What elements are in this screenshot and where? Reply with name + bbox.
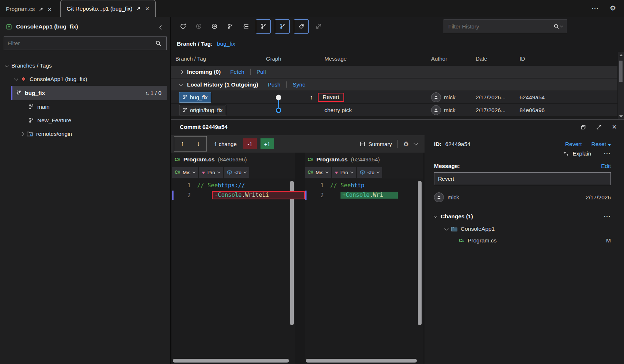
- close-tab-icon[interactable]: ×: [145, 5, 149, 12]
- tree-remotes-origin[interactable]: remotes/origin: [0, 127, 170, 141]
- breadcrumb-project[interactable]: C#Mis: [172, 167, 198, 178]
- push-link[interactable]: Push: [268, 81, 281, 88]
- tree-repo-node[interactable]: ConsoleApp1 (bug_fix): [0, 72, 170, 86]
- fetch-button[interactable]: [193, 20, 205, 32]
- commit-message-input[interactable]: [434, 172, 611, 185]
- tree-section-branches-tags[interactable]: Branches / Tags: [0, 59, 170, 72]
- horizontal-scrollbar-thumb[interactable]: [306, 359, 417, 363]
- sidebar-repo-header: ConsoleApp1 (bug_fix): [0, 17, 170, 37]
- tab-program-cs[interactable]: Program.cs ×: [0, 1, 57, 17]
- program-class-icon: ♥: [202, 170, 205, 175]
- tree-branch-main[interactable]: main: [0, 100, 170, 114]
- settings-gear-icon[interactable]: ⚙: [610, 4, 616, 12]
- next-change-button[interactable]: ↓: [190, 140, 206, 147]
- history-toolbar: [171, 17, 624, 36]
- new-code-view[interactable]: 1 // See http 2 +Console.Wri: [305, 179, 423, 364]
- changes-folder-node[interactable]: ConsoleApp1: [434, 226, 611, 232]
- breadcrumb-file[interactable]: ♥Pro: [332, 167, 356, 178]
- changes-more-icon[interactable]: ···: [604, 213, 611, 220]
- solution-diamond-icon: [21, 76, 26, 82]
- close-tab-icon[interactable]: ×: [47, 6, 52, 13]
- restore-down-icon[interactable]: [581, 124, 586, 130]
- pull-button[interactable]: [208, 20, 221, 32]
- pin-icon[interactable]: [39, 7, 43, 12]
- sidebar-repo-title: ConsoleApp1 (bug_fix): [16, 23, 78, 30]
- branch-badge[interactable]: bug_fix: [179, 92, 211, 103]
- diff-settings-gear-icon[interactable]: ⚙: [403, 140, 409, 148]
- code-line: 1 // See http: [305, 180, 423, 190]
- reset-link[interactable]: Reset: [591, 141, 611, 147]
- pin-icon[interactable]: [136, 6, 141, 11]
- close-panel-icon[interactable]: ×: [612, 123, 617, 131]
- remote-folder-icon: [27, 131, 33, 137]
- commit-metadata-panel: ID: 62449a54 Revert Reset Explain ··· Me…: [425, 135, 624, 364]
- column-date[interactable]: Date: [476, 55, 520, 62]
- tab-git-repository[interactable]: Git Reposito...p1 (bug_fix) ×: [60, 0, 155, 17]
- breadcrumb-member[interactable]: <to: [357, 167, 382, 178]
- additions-badge: +1: [260, 138, 274, 149]
- commit-row-62449a54[interactable]: bug_fix ↑ Revert mick 2/17/2026... 62449…: [171, 91, 617, 103]
- copilot-sparkle-icon: [563, 151, 569, 157]
- diff-options-chevron-icon[interactable]: [414, 141, 418, 145]
- summary-button[interactable]: Summary: [359, 141, 392, 147]
- scroll-up-arrow[interactable]: [619, 54, 623, 56]
- local-history-label: Local History (1 Outgoing): [187, 81, 258, 88]
- column-author[interactable]: Author: [431, 55, 476, 62]
- git-branch-icon: [16, 90, 22, 96]
- collapse-pane-icon[interactable]: [159, 22, 164, 31]
- column-id[interactable]: ID: [520, 55, 617, 62]
- branch-picker-button[interactable]: [224, 20, 236, 32]
- commit-date: 2/17/2026...: [476, 107, 520, 114]
- cube-lock-icon: [360, 170, 365, 175]
- graph-layout-button[interactable]: [240, 20, 252, 32]
- search-icon[interactable]: [549, 23, 567, 29]
- scrollbar-thumb[interactable]: [619, 61, 623, 82]
- column-graph[interactable]: Graph: [266, 52, 324, 65]
- new-branch-button[interactable]: [256, 19, 271, 34]
- breadcrumb-project[interactable]: C#Mis: [305, 167, 331, 178]
- revert-link[interactable]: Revert: [565, 141, 582, 147]
- fetch-link[interactable]: Fetch: [230, 69, 244, 75]
- breadcrumb-file[interactable]: ♥Pro: [199, 167, 223, 178]
- tree-branch-new-feature[interactable]: New_Feature: [0, 114, 170, 127]
- commit-details-panel: Commit 62449a54 × ↑ ↓ 1 change -1: [171, 119, 624, 364]
- incoming-section-row[interactable]: Incoming (0) Fetch Pull: [171, 66, 617, 78]
- scroll-down-arrow[interactable]: [619, 115, 623, 118]
- column-branch-tag[interactable]: Branch / Tag: [171, 55, 266, 62]
- breadcrumb-bar: C#Mis ♥Pro <to: [305, 166, 423, 179]
- commit-row-84e06a96[interactable]: origin/bug_fix cherry pick mick 2/17/202…: [171, 104, 617, 116]
- remote-branch-badge[interactable]: origin/bug_fix: [179, 105, 226, 115]
- document-tab-bar: Program.cs × Git Reposito...p1 (bug_fix)…: [0, 0, 624, 17]
- changes-file-node[interactable]: C# Program.cs M: [434, 237, 611, 244]
- search-icon[interactable]: [150, 37, 166, 50]
- commit-id-value: 62449a54: [445, 141, 471, 147]
- code-line-added: 2 +Console.Wri: [305, 190, 423, 200]
- horizontal-scrollbar-thumb[interactable]: [173, 359, 289, 363]
- reset-dropdown-caret-icon[interactable]: [608, 144, 611, 146]
- new-tag-button[interactable]: [294, 19, 309, 34]
- refresh-button[interactable]: [177, 20, 189, 32]
- local-history-section-row[interactable]: Local History (1 Outgoing) Push Sync: [171, 78, 617, 91]
- branch-filter-input[interactable]: [4, 37, 150, 50]
- history-filter-input[interactable]: [444, 23, 549, 30]
- pull-link[interactable]: Pull: [256, 69, 266, 75]
- breadcrumb-member[interactable]: <to: [224, 167, 249, 178]
- csharp-file-icon: C#: [308, 157, 313, 162]
- history-scrollbar[interactable]: [618, 52, 624, 120]
- expand-icon[interactable]: [596, 124, 602, 130]
- explain-button[interactable]: Explain: [572, 150, 591, 157]
- old-code-view[interactable]: 1 // See https:// 2 -Console.WriteLi: [172, 179, 295, 364]
- branch-tag-row: Branch / Tag: bug_fix: [171, 36, 235, 52]
- previous-change-button[interactable]: ↑: [174, 140, 190, 147]
- branch-tag-value[interactable]: bug_fix: [217, 41, 235, 47]
- sync-link[interactable]: Sync: [293, 81, 305, 88]
- vertical-scrollbar-thumb[interactable]: [418, 181, 422, 325]
- more-actions-icon[interactable]: ···: [604, 150, 611, 157]
- column-message[interactable]: Message: [324, 55, 431, 62]
- tree-branch-bug-fix[interactable]: bug_fix ↑↓ 1 / 0: [11, 86, 167, 100]
- more-options-icon[interactable]: ···: [592, 5, 599, 12]
- edit-message-link[interactable]: Edit: [601, 163, 611, 169]
- vertical-scrollbar-thumb[interactable]: [290, 181, 294, 325]
- changes-header[interactable]: Changes (1): [441, 213, 473, 220]
- compare-commits-button[interactable]: [275, 19, 290, 34]
